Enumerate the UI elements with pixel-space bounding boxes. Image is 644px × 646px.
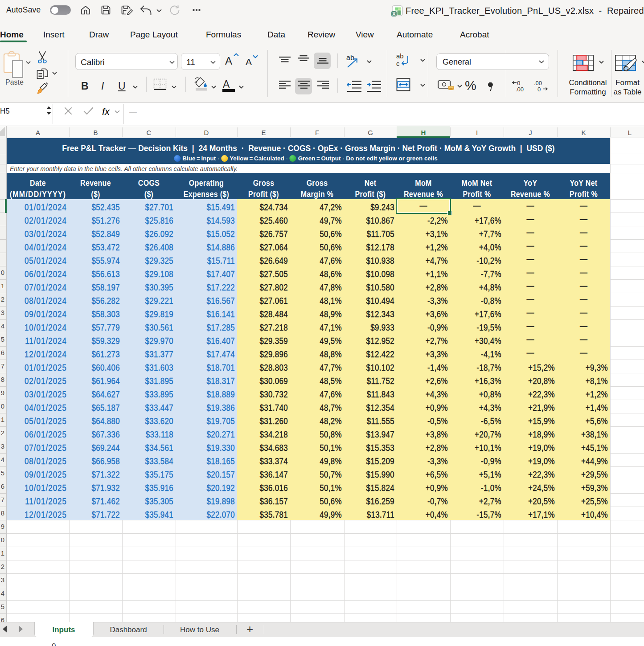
svg-text:0: 0: [517, 80, 520, 86]
svg-text:ab: ab: [396, 53, 404, 60]
svg-text:X: X: [392, 11, 396, 16]
svg-text:.00: .00: [516, 86, 524, 92]
svg-text:c: c: [396, 60, 400, 67]
svg-text:ab: ab: [346, 54, 354, 61]
svg-text:0: 0: [537, 86, 541, 92]
svg-text:.00: .00: [534, 80, 542, 86]
